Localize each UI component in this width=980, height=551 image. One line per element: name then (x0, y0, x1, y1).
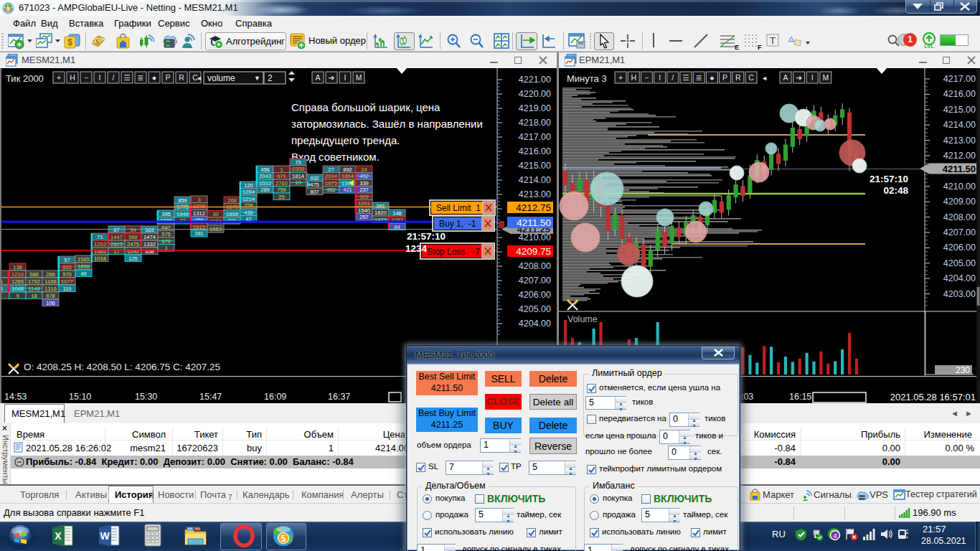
svg-text:/: / (113, 73, 115, 82)
svg-text:4209.00: 4209.00 (943, 197, 976, 207)
svg-text:586: 586 (29, 271, 39, 278)
svg-text:1265: 1265 (11, 278, 24, 285)
svg-text:F: F (758, 44, 762, 50)
svg-text:4216.00: 4216.00 (943, 89, 976, 99)
svg-text:затормозилась. Зашёл в направл: затормозилась. Зашёл в направлении (291, 118, 483, 130)
svg-text:1447: 1447 (110, 234, 123, 240)
svg-text:339: 339 (359, 180, 369, 187)
svg-text:1210: 1210 (11, 271, 24, 278)
svg-text:4215.00: 4215.00 (519, 161, 551, 171)
svg-text:4217.00: 4217.00 (519, 132, 551, 142)
svg-text:▼: ▼ (254, 75, 260, 82)
svg-text:24: 24 (361, 166, 367, 173)
svg-text:289: 289 (260, 187, 270, 193)
svg-text:C: C (748, 73, 754, 82)
svg-text:2760: 2760 (275, 180, 288, 187)
svg-text:759: 759 (277, 187, 286, 193)
svg-text:46: 46 (80, 270, 86, 277)
svg-text:1332: 1332 (143, 241, 156, 248)
svg-text:volume: volume (207, 73, 235, 83)
svg-text:4215.00: 4215.00 (943, 105, 976, 115)
svg-text:−: − (84, 73, 88, 82)
svg-text:1: 1 (280, 166, 283, 173)
svg-text:1312: 1312 (193, 210, 205, 217)
svg-text:1814: 1814 (292, 173, 304, 179)
svg-text:391: 391 (376, 203, 385, 209)
svg-text:≣: ≣ (138, 73, 144, 82)
svg-text:475: 475 (310, 182, 319, 188)
svg-text:568: 568 (128, 234, 138, 240)
svg-text:1234: 1234 (405, 243, 428, 254)
svg-text:4221.00: 4221.00 (519, 75, 551, 85)
svg-text:I: I (811, 73, 814, 82)
svg-text:4211.50: 4211.50 (517, 217, 551, 228)
svg-text:4212.00: 4212.00 (943, 151, 976, 161)
svg-text:9: 9 (16, 293, 19, 299)
svg-text:4209.75: 4209.75 (516, 246, 551, 257)
svg-text:P: P (722, 73, 727, 82)
svg-text:I: I (344, 73, 347, 82)
svg-text:Справа большой шарик, цена: Справа большой шарик, цена (291, 101, 440, 113)
svg-text:2475: 2475 (127, 241, 139, 248)
svg-text:138: 138 (13, 264, 22, 270)
svg-text:Минута 3: Минута 3 (567, 73, 607, 84)
svg-text:5: 5 (95, 38, 99, 45)
svg-text:658: 658 (145, 248, 154, 255)
svg-text:H: H (631, 73, 636, 82)
svg-text:4207.00: 4207.00 (519, 276, 551, 286)
svg-text:1166: 1166 (44, 278, 56, 285)
svg-text:21:57:10: 21:57:10 (870, 174, 908, 184)
svg-text:≣: ≣ (696, 73, 702, 82)
svg-text:5: 5 (7, 6, 10, 11)
svg-text:4: 4 (1, 286, 3, 292)
svg-text:$: $ (67, 37, 72, 47)
svg-text:02:48: 02:48 (883, 185, 908, 196)
svg-text:726: 726 (244, 202, 253, 209)
svg-text:P: P (165, 73, 170, 82)
svg-text:4214.00: 4214.00 (519, 175, 551, 185)
svg-text:1820: 1820 (374, 209, 387, 216)
svg-text:1792: 1792 (28, 278, 40, 285)
svg-text:☰: ☰ (682, 73, 689, 82)
svg-text:➜: ➜ (796, 73, 802, 82)
svg-text:4210.00: 4210.00 (943, 182, 976, 192)
svg-text:5: 5 (1, 278, 3, 285)
svg-text:O: 4208.25 H: 4208.50 L: 420: O: 4208.25 H: 4208.50 L: 4206.75 C: 4207… (24, 362, 220, 372)
svg-text:R: R (735, 73, 741, 82)
svg-text:4217.00: 4217.00 (943, 74, 976, 84)
svg-text:421: 421 (343, 187, 352, 193)
svg-text:☰: ☰ (123, 73, 130, 82)
svg-text:456: 456 (260, 166, 270, 173)
svg-text:I: I (99, 73, 101, 82)
svg-text:Stop Loss -7: Stop Loss -7 (427, 247, 480, 257)
svg-text:●: ● (152, 73, 156, 82)
svg-text:15:30: 15:30 (135, 392, 157, 402)
svg-text:Sell Limit 1: Sell Limit 1 (436, 203, 481, 213)
svg-text:266: 266 (46, 271, 55, 278)
svg-text:57: 57 (64, 257, 70, 263)
svg-text:4205.00: 4205.00 (943, 258, 976, 268)
svg-text:Buy 1, -1: Buy 1, -1 (439, 219, 476, 229)
svg-text:148: 148 (392, 210, 402, 217)
svg-text:4205.00: 4205.00 (519, 304, 551, 314)
svg-text:1018: 1018 (94, 255, 106, 262)
svg-text:1565: 1565 (77, 256, 90, 263)
svg-text:4: 4 (833, 532, 837, 540)
svg-text:X: X (55, 530, 62, 542)
svg-text:H: H (70, 73, 75, 82)
svg-text:75: 75 (295, 159, 301, 166)
svg-text:A: A (783, 73, 788, 82)
svg-text:R: R (179, 73, 184, 82)
svg-text:237: 237 (359, 187, 369, 193)
svg-text:T: T (770, 35, 776, 46)
svg-text:◄: ◄ (196, 75, 202, 82)
svg-text:4214.00: 4214.00 (943, 120, 976, 130)
svg-text:4208.00: 4208.00 (943, 212, 976, 222)
svg-text:1316: 1316 (44, 286, 57, 292)
svg-text:17: 17 (113, 248, 119, 255)
svg-text:предыдущего тренда.: предыдущего тренда. (291, 134, 400, 146)
svg-text:4206.00: 4206.00 (943, 242, 976, 253)
svg-text:LVL: LVL (924, 43, 934, 49)
svg-text:5: 5 (281, 534, 286, 544)
svg-text:A: A (315, 73, 320, 82)
